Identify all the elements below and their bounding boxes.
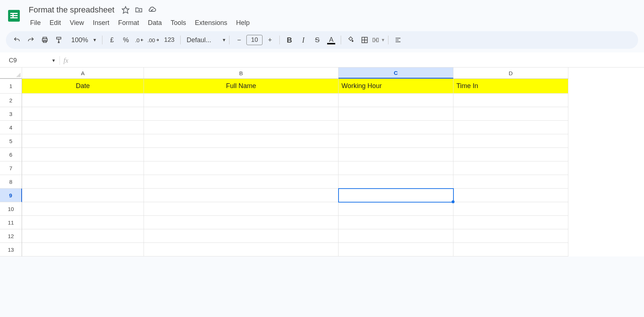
cloud-status-icon[interactable] [148,6,156,14]
number-format-button[interactable]: 123 [161,33,177,47]
row-header-3[interactable]: 3 [0,107,22,121]
cell-D7[interactable] [453,161,568,175]
cell-A9[interactable] [22,189,144,202]
row-header-4[interactable]: 4 [0,121,22,134]
cell-B1[interactable]: Full Name [144,79,339,94]
select-all-corner[interactable] [0,68,22,79]
font-size-decrease-button[interactable]: − [232,33,246,47]
cell-B4[interactable] [144,121,339,134]
cell-B3[interactable] [144,107,339,121]
cell-D9[interactable] [453,189,568,202]
strikethrough-button[interactable]: S [311,33,324,47]
cell-D11[interactable] [453,216,568,229]
menu-extensions[interactable]: Extensions [191,18,231,28]
cell-B9[interactable] [144,189,339,202]
menu-tools[interactable]: Tools [167,18,190,28]
cell-C5[interactable] [339,134,453,148]
cell-C2[interactable] [339,94,453,107]
cell-A11[interactable] [22,216,144,229]
document-title[interactable]: Format the spreadsheet [26,4,117,15]
col-header-D[interactable]: D [453,68,568,79]
currency-button[interactable]: £ [105,33,119,47]
cell-A7[interactable] [22,161,144,175]
cell-B5[interactable] [144,134,339,148]
cell-D8[interactable] [453,175,568,189]
cell-C8[interactable] [339,175,453,189]
menu-data[interactable]: Data [144,18,166,28]
cell-C9[interactable] [339,189,453,202]
cell-A3[interactable] [22,107,144,121]
cell-A6[interactable] [22,148,144,161]
cell-B12[interactable] [144,229,339,243]
cell-C3[interactable] [339,107,453,121]
row-header-2[interactable]: 2 [0,94,22,107]
menu-insert[interactable]: Insert [89,18,113,28]
borders-button[interactable] [358,33,371,47]
cell-D6[interactable] [453,148,568,161]
cell-A8[interactable] [22,175,144,189]
menu-help[interactable]: Help [232,18,253,28]
cell-D2[interactable] [453,94,568,107]
cell-D3[interactable] [453,107,568,121]
print-button[interactable] [38,33,51,47]
undo-button[interactable] [10,33,23,47]
menu-edit[interactable]: Edit [46,18,65,28]
name-box-dropdown[interactable]: ▼ [51,58,56,63]
cell-D10[interactable] [453,202,568,216]
redo-button[interactable] [24,33,37,47]
cell-C10[interactable] [339,202,453,216]
menu-format[interactable]: Format [115,18,143,28]
cell-C6[interactable] [339,148,453,161]
col-header-C[interactable]: C [339,68,453,79]
cell-D13[interactable] [453,243,568,256]
font-select[interactable]: Defaul...▼ [184,33,226,47]
cell-B7[interactable] [144,161,339,175]
cell-B8[interactable] [144,175,339,189]
merge-cells-button[interactable]: ▼ [372,33,385,47]
cell-A1[interactable]: Date [22,79,144,94]
menu-file[interactable]: File [26,18,44,28]
sheets-logo[interactable] [6,5,22,26]
row-header-11[interactable]: 11 [0,216,22,229]
decrease-decimals-button[interactable]: .0 [133,33,146,47]
cell-B6[interactable] [144,148,339,161]
cell-A12[interactable] [22,229,144,243]
cell-D5[interactable] [453,134,568,148]
move-folder-icon[interactable] [134,6,143,14]
horizontal-align-button[interactable] [391,33,405,47]
menu-view[interactable]: View [66,18,88,28]
cell-A2[interactable] [22,94,144,107]
zoom-select[interactable]: 100%▼ [66,33,99,47]
cell-A13[interactable] [22,243,144,256]
cell-C12[interactable] [339,229,453,243]
text-color-button[interactable]: A [325,33,338,47]
cell-A5[interactable] [22,134,144,148]
increase-decimals-button[interactable]: .00 [147,33,160,47]
row-header-12[interactable]: 12 [0,229,22,243]
row-header-1[interactable]: 1 [0,79,22,94]
cell-D1[interactable]: Time In [453,79,568,94]
row-header-13[interactable]: 13 [0,243,22,256]
col-header-A[interactable]: A [22,68,144,79]
cell-D4[interactable] [453,121,568,134]
row-header-7[interactable]: 7 [0,161,22,175]
cell-B13[interactable] [144,243,339,256]
row-header-9[interactable]: 9 [0,189,22,202]
cell-B11[interactable] [144,216,339,229]
cell-C13[interactable] [339,243,453,256]
row-header-6[interactable]: 6 [0,148,22,161]
row-header-8[interactable]: 8 [0,175,22,189]
cell-C11[interactable] [339,216,453,229]
cell-B2[interactable] [144,94,339,107]
cell-C7[interactable] [339,161,453,175]
cell-C4[interactable] [339,121,453,134]
bold-button[interactable]: B [283,33,296,47]
cell-A4[interactable] [22,121,144,134]
font-size-increase-button[interactable]: + [263,33,276,47]
percent-button[interactable]: % [119,33,133,47]
name-box[interactable]: C9 [6,56,50,65]
star-icon[interactable] [121,6,130,14]
cell-A10[interactable] [22,202,144,216]
paint-format-button[interactable] [52,33,65,47]
italic-button[interactable]: I [297,33,310,47]
